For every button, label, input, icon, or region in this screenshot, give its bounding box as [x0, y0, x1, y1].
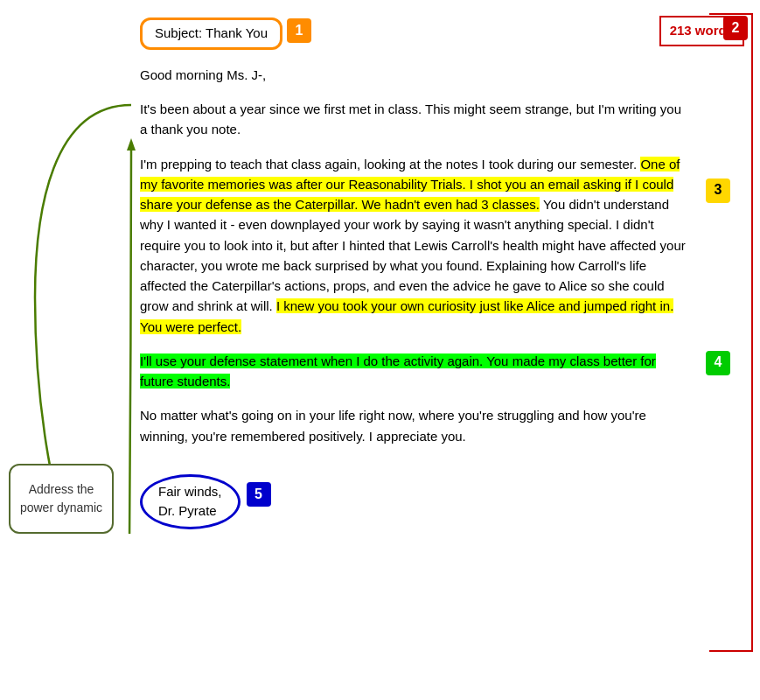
- subject-line-container: Subject: Thank You 1: [140, 18, 282, 55]
- closing-line2: Dr. Pyrate: [158, 501, 222, 522]
- badge-1: 1: [287, 18, 311, 43]
- paragraph-4: No matter what's going on in your life r…: [140, 405, 690, 446]
- badge-2-container: 2: [723, 16, 748, 40]
- right-border-line: [751, 13, 753, 652]
- badge-5: 5: [247, 482, 271, 507]
- right-border-top: [709, 13, 753, 15]
- annotation-text: Address the power dynamic: [16, 480, 107, 517]
- p4-text: No matter what's going on in your life r…: [140, 408, 646, 443]
- paragraph-1: It's been about a year since we first me…: [140, 99, 690, 140]
- svg-marker-1: [127, 138, 136, 150]
- subject-text: Subject: Thank You: [155, 25, 268, 40]
- right-border-bottom: [709, 650, 753, 652]
- p3-highlight: I'll use your defense statement when I d…: [140, 354, 656, 388]
- badge-2: 2: [723, 16, 748, 40]
- closing-line1: Fair winds,: [158, 482, 222, 502]
- p1-text: It's been about a year since we first me…: [140, 102, 681, 136]
- paragraph-3: I'll use your defense statement when I d…: [140, 351, 690, 392]
- content-area: Subject: Thank You 1 Good morning Ms. J-…: [140, 18, 690, 529]
- closing-box: Fair winds, Dr. Pyrate 5: [140, 474, 241, 529]
- greeting: Good morning Ms. J-,: [140, 66, 690, 86]
- greeting-text: Good morning Ms. J-,: [140, 67, 266, 82]
- closing-container: Fair winds, Dr. Pyrate 5: [140, 467, 241, 529]
- p2-before: I'm prepping to teach that class again, …: [140, 157, 640, 172]
- paragraph-2: I'm prepping to teach that class again, …: [140, 154, 690, 337]
- badge-3: 3: [706, 178, 730, 203]
- annotation-box: Address the power dynamic: [9, 464, 114, 534]
- p2-middle: You didn't understand why I wanted it - …: [140, 197, 686, 313]
- subject-box: Subject: Thank You 1: [140, 18, 282, 50]
- badge-4: 4: [706, 351, 730, 375]
